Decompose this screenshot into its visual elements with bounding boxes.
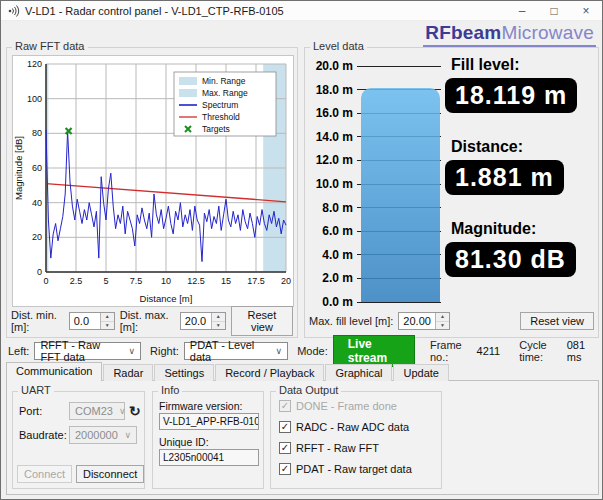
rfbeam-logo: RFbeamMicrowave bbox=[423, 22, 596, 47]
spin-down-icon[interactable]: ▼ bbox=[101, 322, 114, 330]
checkbox-pdat[interactable]: ✓ PDAT - Raw target data bbox=[279, 463, 412, 475]
distance-label: Distance: bbox=[451, 138, 594, 156]
firmware-version-label: Firmware version: bbox=[159, 400, 242, 412]
checkbox-done[interactable]: ✓ DONE - Frame done bbox=[279, 400, 397, 412]
svg-text:60: 60 bbox=[32, 163, 42, 173]
dist-min-spinner[interactable]: 0.0 ▲▼ bbox=[69, 312, 115, 330]
fill-level-label: Fill level: bbox=[451, 56, 594, 74]
refresh-ports-icon[interactable]: ↻ bbox=[129, 403, 141, 419]
stream-bar: Left: RFFT - Raw FFT data ∨ Right: PDAT … bbox=[1, 341, 602, 361]
app-window: V-LD1 - Radar control panel - V-LD1_CTP-… bbox=[0, 0, 603, 500]
dist-max-spinner[interactable]: 20.0 ▲▼ bbox=[180, 312, 226, 330]
chevron-down-icon: ∨ bbox=[124, 430, 131, 440]
fft-reset-view-button[interactable]: Reset view bbox=[231, 306, 293, 336]
window-controls: – □ × bbox=[506, 1, 602, 20]
level-controls-row: Max. fill level [m]: 20.00 ▲▼ Reset view bbox=[309, 310, 594, 332]
svg-text:Targets: Targets bbox=[202, 124, 230, 134]
svg-text:2.5: 2.5 bbox=[70, 276, 83, 286]
svg-text:Max. Range: Max. Range bbox=[202, 88, 248, 98]
titlebar: V-LD1 - Radar control panel - V-LD1_CTP-… bbox=[1, 1, 602, 21]
svg-text:20: 20 bbox=[32, 232, 42, 242]
tank-fill bbox=[361, 88, 440, 302]
magnitude-readout: Magnitude: 81.30 dB bbox=[445, 220, 594, 277]
left-view-select[interactable]: RFFT - Raw FFT data ∨ bbox=[34, 342, 141, 360]
left-view-value: RFFT - Raw FFT data bbox=[40, 339, 122, 363]
level-data-groupbox: Level data 20.0 m 18.0 m 16.0 m 14.0 m 1… bbox=[304, 47, 599, 338]
fft-controls-row: Dist. min. [m]: 0.0 ▲▼ Dist. max. [m]: 2… bbox=[11, 310, 293, 332]
magnitude-value: 81.30 dB bbox=[445, 242, 576, 277]
tank-tick-label: 4.0 m bbox=[311, 248, 357, 262]
cycle-time-value: 081 ms bbox=[567, 339, 595, 363]
dist-max-value[interactable]: 20.0 bbox=[181, 313, 211, 329]
tank-tick-label: 6.0 m bbox=[311, 224, 357, 238]
checkbox-radc[interactable]: ✓ RADC - Raw ADC data bbox=[279, 421, 409, 433]
distance-value: 1.881 m bbox=[445, 160, 564, 195]
svg-text:7.5: 7.5 bbox=[130, 276, 143, 286]
tab-radar[interactable]: Radar bbox=[103, 364, 153, 381]
max-fill-value[interactable]: 20.00 bbox=[399, 313, 435, 329]
checkbox-done-label: DONE - Frame done bbox=[296, 400, 397, 412]
level-reset-view-button[interactable]: Reset view bbox=[520, 312, 594, 330]
svg-text:10: 10 bbox=[161, 276, 171, 286]
uart-groupbox: UART Port: COM23 ∨ ↻ Baudrate: 2000000 ∨… bbox=[12, 391, 145, 489]
checkbox-checked-icon[interactable]: ✓ bbox=[279, 442, 291, 454]
maximize-icon[interactable]: □ bbox=[538, 1, 570, 20]
spin-down-icon[interactable]: ▼ bbox=[436, 322, 449, 330]
left-view-label: Left: bbox=[8, 345, 29, 357]
app-icon bbox=[8, 5, 20, 17]
window-title: V-LD1 - Radar control panel - V-LD1_CTP-… bbox=[25, 5, 284, 17]
checkbox-checked-icon[interactable]: ✓ bbox=[279, 463, 291, 475]
tab-record-playback[interactable]: Record / Playback bbox=[215, 364, 324, 381]
tank-tick-label: 14.0 m bbox=[311, 130, 357, 144]
cycle-time-label: Cycle time: bbox=[519, 339, 562, 363]
minimize-icon[interactable]: – bbox=[506, 1, 538, 20]
checkbox-radc-label: RADC - Raw ADC data bbox=[296, 421, 409, 433]
fft-chart-canvas[interactable]: 02.557.51012.51517.520020406080100120Dis… bbox=[12, 55, 294, 307]
logo-bold-text: RFbeam bbox=[425, 22, 501, 43]
right-view-select[interactable]: PDAT - Level data ∨ bbox=[184, 342, 288, 360]
checkbox-checked-icon[interactable]: ✓ bbox=[279, 400, 291, 412]
tank-tick-label: 8.0 m bbox=[311, 201, 357, 215]
svg-text:Distance [m]: Distance [m] bbox=[140, 293, 193, 304]
svg-text:120: 120 bbox=[27, 59, 42, 69]
chevron-down-icon: ∨ bbox=[276, 346, 283, 356]
max-fill-label: Max. fill level [m]: bbox=[309, 315, 393, 327]
tab-settings[interactable]: Settings bbox=[154, 364, 214, 381]
spin-up-icon[interactable]: ▲ bbox=[212, 313, 225, 322]
tab-update[interactable]: Update bbox=[393, 364, 448, 381]
dist-min-value[interactable]: 0.0 bbox=[70, 313, 100, 329]
chevron-down-icon: ∨ bbox=[119, 406, 126, 416]
svg-text:40: 40 bbox=[32, 198, 42, 208]
svg-text:Magnitude [dB]: Magnitude [dB] bbox=[13, 136, 24, 200]
tab-graphical[interactable]: Graphical bbox=[325, 364, 392, 381]
svg-text:0: 0 bbox=[37, 267, 42, 277]
spin-down-icon[interactable]: ▼ bbox=[212, 322, 225, 330]
firmware-version-field: V-LD1_APP-RFB-0105 bbox=[159, 413, 259, 430]
frame-no-value: 4211 bbox=[477, 345, 501, 357]
port-label: Port: bbox=[19, 405, 69, 417]
svg-text:5: 5 bbox=[103, 276, 108, 286]
baudrate-select[interactable]: 2000000 ∨ bbox=[69, 426, 137, 444]
checkbox-rfft[interactable]: ✓ RFFT - Raw FFT bbox=[279, 442, 379, 454]
logo-light-text: Microwave bbox=[501, 22, 594, 43]
disconnect-button[interactable]: Disconnect bbox=[76, 465, 144, 483]
tab-communication[interactable]: Communication bbox=[6, 362, 102, 381]
svg-text:Min. Range: Min. Range bbox=[202, 76, 246, 86]
close-icon[interactable]: × bbox=[570, 1, 602, 20]
raw-fft-groupbox: Raw FFT data 02.557.51012.51517.52002040… bbox=[6, 47, 298, 338]
tank-view[interactable]: 20.0 m 18.0 m 16.0 m 14.0 m 12.0 m 10.0 … bbox=[311, 66, 441, 302]
raw-fft-title: Raw FFT data bbox=[12, 40, 88, 52]
svg-text:12.5: 12.5 bbox=[187, 276, 205, 286]
max-fill-spinner[interactable]: 20.00 ▲▼ bbox=[398, 312, 450, 330]
svg-text:Threshold: Threshold bbox=[202, 112, 240, 122]
svg-text:17.5: 17.5 bbox=[247, 276, 265, 286]
tank-tick-label: 20.0 m bbox=[311, 59, 357, 73]
tank-tick-label: 12.0 m bbox=[311, 153, 357, 167]
connect-button[interactable]: Connect bbox=[17, 465, 72, 483]
checkbox-checked-icon[interactable]: ✓ bbox=[279, 421, 291, 433]
chevron-down-icon: ∨ bbox=[128, 346, 135, 356]
dist-max-label: Dist. max. [m]: bbox=[120, 309, 175, 333]
spin-up-icon[interactable]: ▲ bbox=[436, 313, 449, 322]
spin-up-icon[interactable]: ▲ bbox=[101, 313, 114, 322]
port-select[interactable]: COM23 ∨ bbox=[69, 402, 125, 420]
